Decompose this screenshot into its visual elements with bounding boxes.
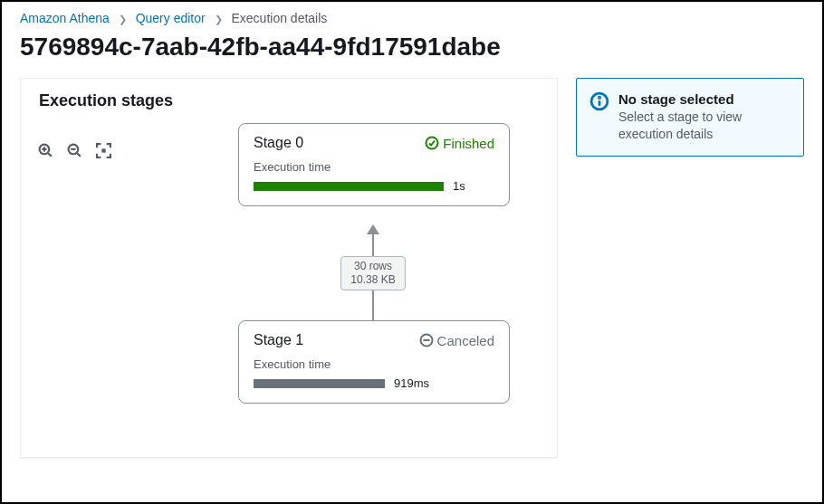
execution-time-bar <box>254 379 385 388</box>
status-text: Finished <box>443 136 494 151</box>
arrow-up-icon <box>367 224 379 234</box>
edge-size: 10.38 KB <box>350 273 395 287</box>
stage-card-0[interactable]: Stage 0 Finished Execution time 1s <box>238 123 510 206</box>
edge-rows: 30 rows <box>350 260 395 273</box>
chevron-right-icon: ❯ <box>119 14 127 24</box>
details-sidebar: No stage selected Select a stage to view… <box>576 78 804 458</box>
svg-point-12 <box>599 97 599 98</box>
edge-label: 30 rows 10.38 KB <box>340 256 405 290</box>
page-title: 5769894c-7aab-42fb-aa44-9fd17591dabe <box>2 25 822 78</box>
breadcrumb-current: Execution details <box>231 11 327 25</box>
info-title: No stage selected <box>618 91 790 107</box>
stage-connector: 30 rows 10.38 KB <box>372 224 374 320</box>
chevron-right-icon: ❯ <box>215 14 223 24</box>
execution-time-label: Execution time <box>254 357 494 371</box>
breadcrumb: Amazon Athena ❯ Query editor ❯ Execution… <box>2 2 822 25</box>
info-alert: No stage selected Select a stage to view… <box>576 78 804 157</box>
execution-stages-panel: Execution stages Stage 0 Finished <box>20 78 558 458</box>
stage-card-1[interactable]: Stage 1 Canceled Execution time 919ms <box>238 320 510 404</box>
stage-graph[interactable]: Stage 0 Finished Execution time 1s 30 ro… <box>21 119 557 445</box>
execution-time-label: Execution time <box>254 160 494 174</box>
info-icon <box>589 91 609 143</box>
breadcrumb-link-query-editor[interactable]: Query editor <box>136 11 206 25</box>
check-circle-icon <box>425 136 439 150</box>
status-text: Canceled <box>437 333 494 348</box>
stage-name: Stage 1 <box>254 332 303 348</box>
status-badge-finished: Finished <box>425 136 494 151</box>
cancel-circle-icon <box>419 333 434 347</box>
stage-name: Stage 0 <box>254 135 303 151</box>
execution-time-value: 919ms <box>394 376 429 390</box>
stages-heading: Execution stages <box>21 79 557 119</box>
breadcrumb-link-athena[interactable]: Amazon Athena <box>20 11 110 25</box>
info-description: Select a stage to view execution details <box>618 109 790 143</box>
status-badge-canceled: Canceled <box>419 333 494 348</box>
execution-time-bar <box>254 182 444 191</box>
execution-time-value: 1s <box>453 179 465 193</box>
